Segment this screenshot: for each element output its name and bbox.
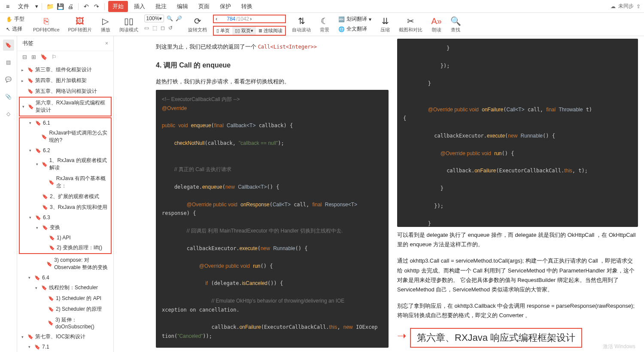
expand-icon[interactable]: ▸ — [21, 68, 26, 72]
bookmark-label: 第五章、网络访问框架设计 — [35, 88, 97, 95]
bookmark-icon: 🔖 — [49, 235, 55, 241]
play-button[interactable]: ▷播放 — [98, 15, 113, 34]
bookmark-item[interactable]: ▾🔖1、RxJava 的观察者模式解读 — [20, 155, 111, 173]
expand-icon[interactable]: ▾ — [29, 121, 33, 125]
double-page-button[interactable]: ▯▯ 双页▾ — [232, 27, 256, 35]
hand-tool[interactable]: ✋手型 — [3, 15, 27, 24]
add-bookmark-icon[interactable]: 🔖 — [40, 54, 47, 60]
menu-convert[interactable]: 转换 — [237, 1, 257, 12]
expand-icon[interactable]: ▾ — [29, 215, 33, 220]
read-mode-button[interactable]: ▯▯阅读模式 — [117, 15, 141, 34]
menu-insert[interactable]: 插入 — [130, 1, 149, 12]
bookmark-icon: 🔖 — [41, 134, 47, 140]
bookmark-item[interactable]: 🔖RxJava 有四个基本概念： — [20, 173, 111, 191]
bookmark-icon: 🔖 — [27, 89, 33, 94]
bookmark-item[interactable]: 🔖RxJava中链式调用怎么实现的? — [20, 128, 111, 146]
redo-icon[interactable]: ↷ — [92, 2, 101, 11]
expand-icon[interactable]: ▾ — [36, 226, 40, 230]
close-icon[interactable]: × — [105, 40, 108, 46]
menu-start[interactable]: 开始 — [108, 1, 128, 12]
full-translate-button[interactable]: 🌐全文翻译 — [336, 24, 374, 34]
pdf-office-button[interactable]: ⎘PDF转Office — [30, 15, 62, 34]
bookmark-item[interactable]: 🔖1) Scheduler 的 API — [19, 293, 112, 304]
open-icon[interactable]: 📁 — [46, 2, 54, 11]
expand-icon[interactable]: ▾ — [28, 345, 33, 349]
background-button[interactable]: ☾背景 — [317, 15, 332, 34]
bookmark-item[interactable]: ▾🔖7.1 — [19, 342, 112, 352]
share-icon[interactable]: ⇪ — [636, 3, 641, 9]
bookmark-item[interactable]: ▾🔖6.4 — [19, 273, 112, 282]
collapse-all-icon[interactable]: ⊟ — [22, 54, 27, 60]
bookmark-item[interactable]: ▾🔖变换 — [20, 222, 111, 233]
bookmark-item[interactable]: 🔖3) compose: 对 Observable 整体的变换 — [19, 255, 112, 273]
expand-icon[interactable]: ▾ — [36, 162, 40, 166]
menu-page[interactable]: 页面 — [194, 1, 214, 12]
bookmark-item[interactable]: 🔖2) 变换的原理：lift() — [20, 242, 111, 253]
bookmarks-rail-icon[interactable]: 🔖 — [3, 40, 14, 51]
pdf-image-button[interactable]: 🖼PDF转图片 — [66, 15, 94, 34]
undo-icon[interactable]: ↶ — [82, 2, 91, 11]
bookmark-item[interactable]: 🔖1) API — [20, 233, 111, 242]
bookmark-icon: 🔖 — [41, 285, 47, 291]
select-tool[interactable]: ↖选择 — [3, 24, 27, 34]
bookmark-item[interactable]: ▾🔖6.1 — [20, 118, 111, 128]
find-button[interactable]: 🔍查找 — [448, 15, 464, 34]
autoscroll-button[interactable]: ⇅自动滚动 — [289, 15, 313, 34]
zoom-select[interactable]: 100% ▾ — [144, 15, 164, 22]
bookmark-icon: 🔖 — [35, 215, 41, 220]
save-icon[interactable]: 💾 — [56, 2, 64, 11]
thumbnails-rail-icon[interactable]: ▤ — [3, 57, 14, 68]
dropdown-icon[interactable]: ▾ — [35, 3, 38, 9]
read-aloud-button[interactable]: A»朗读 — [428, 15, 444, 34]
expand-icon[interactable]: ▾ — [21, 335, 26, 339]
menu-protect[interactable]: 保护 — [216, 1, 235, 12]
bookmark-label: 6.4 — [42, 275, 49, 281]
bookmark-label: RxJava中链式调用怎么实现的? — [49, 129, 109, 144]
bookmark-item[interactable]: 🔖2) Scheduler 的原理 — [19, 304, 112, 315]
menu-annotate[interactable]: 批注 — [151, 1, 171, 12]
bookmark-item[interactable]: 🔖第五章、网络访问框架设计 — [19, 86, 112, 97]
comment-rail-icon[interactable]: 💬 — [3, 74, 14, 85]
bookmark-item[interactable]: ▸🔖第四章、图片加载框架 — [19, 75, 112, 86]
page-next-icon[interactable]: › — [250, 16, 252, 22]
menu-file[interactable]: 文件 — [14, 1, 33, 12]
rotate-button[interactable]: ⟳旋转文档 — [185, 15, 210, 34]
menu-edit[interactable]: 编辑 — [173, 1, 192, 12]
print-icon[interactable]: 🖨 — [66, 2, 75, 11]
continuous-button[interactable]: ≣ 连续阅读 — [256, 27, 285, 35]
page-input[interactable] — [218, 16, 235, 22]
attachment-rail-icon[interactable]: 📎 — [3, 91, 14, 102]
bookmark-item[interactable]: ▾🔖线程控制：Scheduler — [19, 282, 112, 293]
pdf-image-icon: 🖼 — [76, 15, 84, 27]
compress-button[interactable]: ⇊压缩 — [377, 15, 393, 34]
single-page-button[interactable]: ▯ 单页 — [214, 27, 232, 35]
bookmark-item[interactable]: ▾🔖第七章、IOC架构设计 — [19, 331, 112, 342]
cloud-icon[interactable]: ☁ — [611, 3, 616, 9]
zoom-out-icon[interactable]: 🔍 — [167, 15, 173, 21]
bookmark-item[interactable]: ▾🔖6.2 — [20, 146, 111, 155]
zoom-in-icon[interactable]: 🔎 — [176, 15, 182, 21]
expand-icon[interactable]: ▾ — [35, 286, 39, 290]
bookmark-item[interactable]: ▾🔖6.3 — [20, 213, 111, 222]
bookmark-item[interactable]: 🔖2、扩展的观察者模式 — [20, 191, 111, 202]
expand-icon[interactable]: ▾ — [29, 148, 33, 153]
page-prev-icon[interactable]: ‹ — [216, 16, 217, 22]
bookmark-icon: 🔖 — [48, 296, 54, 301]
expand-icon[interactable]: ▾ — [22, 104, 26, 109]
bookmark-item[interactable]: 🔖3) 延伸：doOnSubscribe() — [19, 315, 112, 331]
bookmark-item[interactable]: 🔖3、RxJava 的实现和使用 — [20, 202, 111, 213]
expand-icon[interactable]: ▾ — [28, 275, 33, 280]
crop-button[interactable]: ✂截图和对比 — [396, 15, 425, 34]
fit-page-icon[interactable]: ⬚ — [152, 25, 157, 31]
bookmark-item[interactable]: ▾🔖第六章、RXJava响应式编程框架设计 — [19, 97, 112, 116]
actual-size-icon[interactable]: ◻ — [161, 25, 165, 31]
fit-width-icon[interactable]: ▭ — [144, 25, 149, 31]
menu-icon[interactable]: ≡ — [3, 2, 12, 11]
shapes-rail-icon[interactable]: ◇ — [3, 108, 14, 119]
bookmark-settings-icon[interactable]: ⚐ — [52, 54, 57, 60]
word-translate-button[interactable]: 🔤划词翻译▾ — [336, 15, 374, 24]
bookmark-item[interactable]: ▸🔖第三章、组件化框架设计 — [19, 64, 112, 75]
expand-icon[interactable]: ▸ — [21, 79, 26, 83]
expand-all-icon[interactable]: ⊞ — [31, 54, 36, 60]
reflow-icon[interactable]: ↺ — [168, 25, 173, 31]
